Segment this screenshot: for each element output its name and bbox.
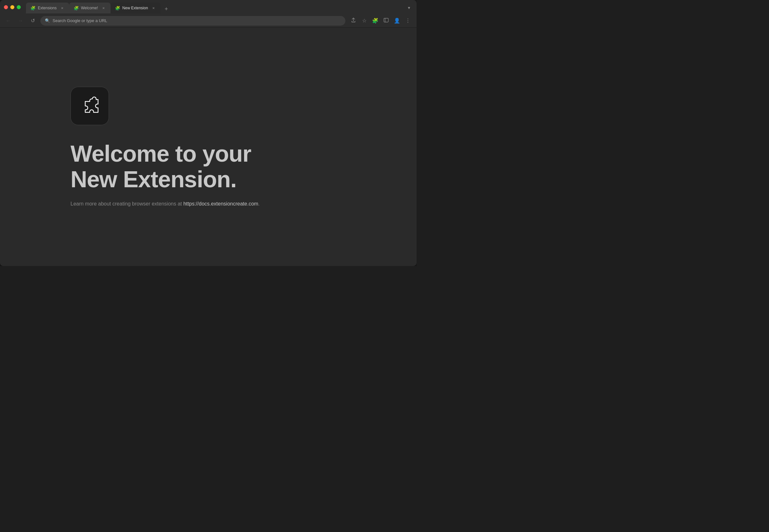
share-icon xyxy=(351,18,356,24)
search-icon: 🔍 xyxy=(45,18,50,23)
toolbar-icons: ☆ 🧩 👤 ⋮ xyxy=(349,16,413,26)
address-bar: ← → ↺ 🔍 Search Google or type a URL ☆ xyxy=(0,14,417,28)
tabs-dropdown-arrow[interactable]: ▾ xyxy=(405,4,413,12)
back-button[interactable]: ← xyxy=(4,16,13,25)
menu-button[interactable]: ⋮ xyxy=(403,16,413,26)
tab-welcome-close[interactable]: ✕ xyxy=(101,5,106,11)
title-bar: 🧩 Extensions ✕ 🧩 Welcome! ✕ 🧩 New Extens… xyxy=(0,0,417,14)
tab-extensions[interactable]: 🧩 Extensions ✕ xyxy=(26,3,69,13)
tab-new-extension-close[interactable]: ✕ xyxy=(151,5,156,11)
share-button[interactable] xyxy=(349,16,358,26)
reload-icon: ↺ xyxy=(31,18,35,24)
omnibox-placeholder: Search Google or type a URL xyxy=(53,18,107,23)
tab-extensions-label: Extensions xyxy=(38,6,57,10)
tabs-end: ▾ xyxy=(405,4,413,13)
omnibox[interactable]: 🔍 Search Google or type a URL xyxy=(40,16,345,26)
tabs-bar: 🧩 Extensions ✕ 🧩 Welcome! ✕ 🧩 New Extens… xyxy=(26,1,413,13)
docs-link[interactable]: https://docs.extensioncreate.com xyxy=(183,201,258,206)
welcome-heading: Welcome to your New Extension. xyxy=(70,141,251,192)
page-content: Welcome to your New Extension. Learn mor… xyxy=(0,28,417,266)
bookmark-icon: ☆ xyxy=(362,18,367,24)
menu-icon: ⋮ xyxy=(405,18,410,24)
bookmark-button[interactable]: ☆ xyxy=(360,16,369,26)
subtext-suffix: . xyxy=(258,201,260,206)
extensions-toolbar-icon: 🧩 xyxy=(372,18,378,24)
maximize-button[interactable] xyxy=(17,5,21,9)
tab-new-extension-label: New Extension xyxy=(122,6,148,10)
reload-button[interactable]: ↺ xyxy=(28,16,37,25)
close-button[interactable] xyxy=(4,5,8,9)
back-icon: ← xyxy=(6,18,11,24)
minimize-button[interactable] xyxy=(10,5,14,9)
tab-new-extension-icon: 🧩 xyxy=(115,6,120,11)
extension-puzzle-icon xyxy=(78,94,101,117)
tab-extensions-icon: 🧩 xyxy=(30,6,36,11)
subtext-link: https://docs.extensioncreate.com xyxy=(183,201,258,206)
tab-welcome[interactable]: 🧩 Welcome! ✕ xyxy=(69,3,110,13)
tab-extensions-close[interactable]: ✕ xyxy=(60,5,65,11)
forward-button[interactable]: → xyxy=(16,16,25,25)
browser-frame: 🧩 Extensions ✕ 🧩 Welcome! ✕ 🧩 New Extens… xyxy=(0,0,417,266)
welcome-subtext: Learn more about creating browser extens… xyxy=(70,201,260,207)
traffic-lights xyxy=(4,5,21,9)
profile-button[interactable]: 👤 xyxy=(392,16,402,26)
extensions-toolbar-button[interactable]: 🧩 xyxy=(370,16,380,26)
heading-line1: Welcome to your xyxy=(70,141,251,166)
svg-rect-0 xyxy=(384,18,388,22)
extension-icon-wrapper xyxy=(70,87,109,125)
subtext-prefix: Learn more about creating browser extens… xyxy=(70,201,183,206)
new-tab-button[interactable]: + xyxy=(162,4,171,13)
sidebar-button[interactable] xyxy=(381,16,391,26)
heading-line2: New Extension. xyxy=(70,166,237,192)
sidebar-icon xyxy=(384,18,389,24)
tab-new-extension[interactable]: 🧩 New Extension ✕ xyxy=(110,3,160,13)
tab-welcome-icon: 🧩 xyxy=(74,6,79,11)
forward-icon: → xyxy=(18,18,23,24)
tab-welcome-label: Welcome! xyxy=(81,6,98,10)
profile-icon: 👤 xyxy=(394,18,400,24)
